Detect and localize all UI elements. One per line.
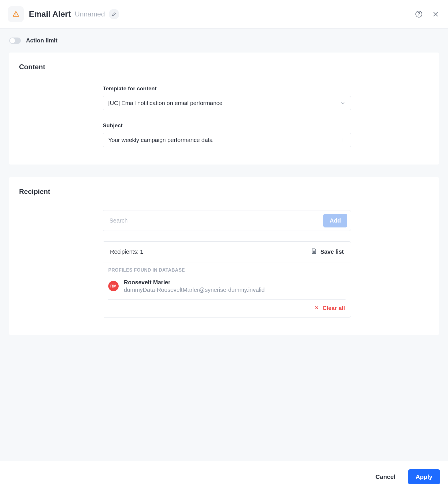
action-limit-label: Action limit [26, 37, 57, 44]
svg-point-1 [16, 15, 16, 16]
template-select[interactable]: [UC] Email notification on email perform… [103, 96, 351, 110]
recipient-heading: Recipient [19, 188, 429, 196]
dialog-footer: Cancel Apply [0, 461, 448, 493]
profile-row[interactable]: RM Roosevelt Marler dummyData-RooseveltM… [108, 276, 346, 300]
subject-input-wrapper [103, 133, 351, 147]
profiles-found-label: PROFILES FOUND IN DATABASE [108, 268, 346, 273]
plus-icon[interactable] [340, 137, 346, 143]
recipients-box: Recipients: 1 [103, 241, 351, 318]
profile-email: dummyData-RooseveltMarler@synerise-dummy… [124, 286, 265, 294]
dialog-header: Email Alert Unnamed [0, 0, 448, 29]
recipient-card: Recipient Add Recipients: 1 [9, 177, 439, 335]
save-list-button[interactable]: Save list [311, 248, 344, 256]
save-list-label: Save list [320, 249, 344, 255]
email-alert-icon [8, 6, 24, 22]
clear-all-button[interactable]: Clear all [314, 305, 345, 311]
action-limit-toggle[interactable] [9, 38, 21, 44]
recipient-search-row: Add [103, 210, 351, 231]
dialog-subtitle: Unnamed [75, 10, 105, 18]
rename-button[interactable] [109, 9, 119, 19]
template-label: Template for content [103, 85, 351, 92]
save-list-icon [311, 248, 317, 256]
recipient-search-input[interactable] [109, 217, 320, 224]
subject-label: Subject [103, 122, 351, 129]
add-recipient-button[interactable]: Add [323, 214, 347, 227]
close-icon [314, 305, 319, 311]
dialog-title: Email Alert [29, 10, 71, 19]
apply-button[interactable]: Apply [408, 469, 440, 484]
content-card: Content Template for content [UC] Email … [9, 53, 439, 165]
template-value: [UC] Email notification on email perform… [108, 100, 223, 107]
cancel-button[interactable]: Cancel [370, 469, 401, 484]
recipients-count: Recipients: 1 [110, 249, 143, 255]
profile-name: Roosevelt Marler [124, 279, 265, 286]
subject-input[interactable] [108, 137, 340, 143]
avatar: RM [108, 281, 119, 291]
clear-all-label: Clear all [322, 305, 345, 311]
close-icon[interactable] [431, 10, 440, 18]
svg-point-3 [419, 16, 419, 16]
content-heading: Content [19, 63, 429, 71]
chevron-down-icon [340, 100, 346, 106]
help-icon[interactable] [415, 10, 423, 18]
